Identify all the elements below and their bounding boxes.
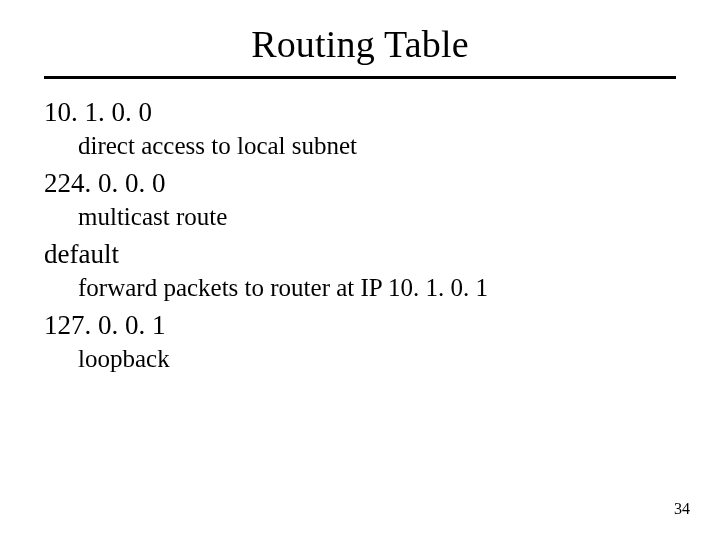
title-rule xyxy=(44,76,676,79)
route-description: multicast route xyxy=(78,203,676,231)
route-address: 10. 1. 0. 0 xyxy=(44,97,676,128)
route-entry: 224. 0. 0. 0 multicast route xyxy=(44,168,676,231)
route-address: 127. 0. 0. 1 xyxy=(44,310,676,341)
route-address: 224. 0. 0. 0 xyxy=(44,168,676,199)
route-description: loopback xyxy=(78,345,676,373)
page-number: 34 xyxy=(674,500,690,518)
slide: Routing Table 10. 1. 0. 0 direct access … xyxy=(0,0,720,540)
route-description: direct access to local subnet xyxy=(78,132,676,160)
route-entry: default forward packets to router at IP … xyxy=(44,239,676,302)
route-entry: 10. 1. 0. 0 direct access to local subne… xyxy=(44,97,676,160)
route-address: default xyxy=(44,239,676,270)
route-description: forward packets to router at IP 10. 1. 0… xyxy=(78,274,676,302)
route-entry: 127. 0. 0. 1 loopback xyxy=(44,310,676,373)
slide-title: Routing Table xyxy=(44,22,676,66)
